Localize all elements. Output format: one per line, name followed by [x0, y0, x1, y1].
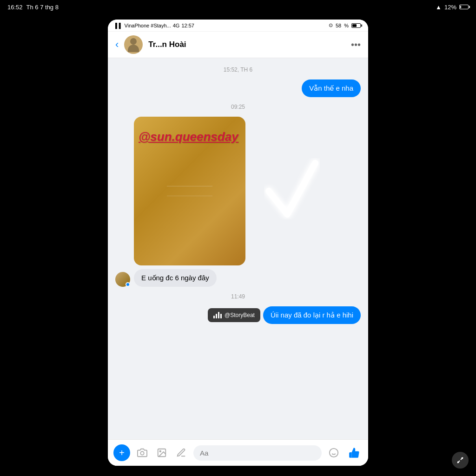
emoji-button[interactable]	[326, 445, 341, 460]
tablet-day: Th 6 7 thg 8	[26, 4, 59, 11]
signal-icon: ▌▌	[115, 23, 123, 28]
chat-body: 15:52, TH 6 Vẫn thế e nha 09:25 ————————…	[108, 58, 368, 439]
storybeat-chip: @StoryBeat	[208, 308, 260, 322]
storybeat-bars-icon	[213, 312, 222, 318]
image-button[interactable]	[154, 445, 169, 460]
gif-button[interactable]	[174, 445, 189, 460]
phone-battery-icon	[351, 23, 361, 28]
like-button[interactable]	[346, 444, 363, 461]
tablet-wifi-icon: ▲	[436, 4, 442, 11]
carrier-name: VinaPhone #Stayh...	[125, 23, 171, 28]
svg-point-0	[140, 451, 144, 455]
svg-point-3	[330, 449, 338, 457]
camera-button[interactable]	[135, 445, 150, 460]
online-dot	[126, 282, 130, 287]
tablet-status-left: 16:52 Th 6 7 thg 8	[7, 4, 59, 11]
add-button[interactable]: +	[113, 444, 130, 461]
message-mixed-row: @StoryBeat Úii nay đã đo lại r hả e hihi	[115, 306, 361, 324]
corner-collapse-icon[interactable]	[452, 452, 469, 469]
media-message[interactable]: —————————————— —————————————— @sun.queen…	[134, 117, 245, 265]
messenger-header: ‹ Tr...n Hoài •••	[108, 32, 368, 58]
phone-battery-pct: 58	[336, 23, 341, 28]
phone-time: 12:57	[181, 23, 194, 28]
message-sent-1: Vẫn thế e nha	[115, 79, 361, 97]
back-button[interactable]: ‹	[115, 39, 119, 51]
storybeat-label: @StoryBeat	[225, 312, 255, 318]
tablet-battery-pct: 12%	[444, 4, 456, 11]
message-received-1: E uống đc 6 ngày đây	[115, 269, 361, 287]
checkmark-icon	[255, 145, 329, 238]
pct-sign: %	[344, 23, 349, 28]
tablet-time: 16:52	[7, 4, 23, 11]
network-type: 4G	[173, 23, 180, 28]
contact-name[interactable]: Tr...n Hoài	[148, 40, 345, 49]
bubble-received-1: E uống đc 6 ngày đây	[134, 269, 217, 287]
phone-frame: ▌▌ VinaPhone #Stayh... 4G 12:57 ⊙ 58 % ‹…	[108, 20, 368, 466]
bubble-sent-2: Úii nay đã đo lại r hả e hihi	[263, 306, 361, 324]
more-options-button[interactable]: •••	[351, 40, 361, 50]
timestamp-3: 11:49	[115, 293, 361, 300]
phone-status-left: ▌▌ VinaPhone #Stayh... 4G 12:57	[115, 23, 194, 28]
media-text-overlay: —————————————— ——————————————	[162, 183, 218, 198]
tablet-status-right: ▲ 12%	[436, 4, 469, 11]
phone-screen-icon: ⊙	[329, 22, 333, 28]
timestamp-2: 09:25	[115, 104, 361, 110]
timestamp-1: 15:52, TH 6	[115, 66, 361, 73]
chat-toolbar: +	[108, 439, 368, 466]
tablet-battery-icon	[459, 5, 469, 9]
message-input[interactable]	[193, 445, 322, 461]
svg-point-2	[159, 450, 161, 452]
phone-status-bar: ▌▌ VinaPhone #Stayh... 4G 12:57 ⊙ 58 %	[108, 20, 368, 32]
tablet-status-bar: 16:52 Th 6 7 thg 8 ▲ 12%	[0, 0, 476, 14]
phone-status-right: ⊙ 58 %	[329, 22, 361, 28]
bubble-sent-1: Vẫn thế e nha	[302, 79, 361, 97]
media-image: —————————————— ——————————————	[134, 117, 245, 265]
received-avatar	[115, 272, 130, 287]
contact-avatar[interactable]	[124, 35, 143, 54]
